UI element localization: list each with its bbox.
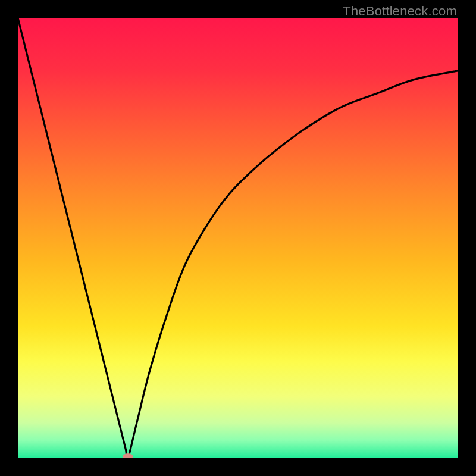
bottleneck-chart (18, 18, 458, 458)
watermark-text: TheBottleneck.com (343, 4, 457, 19)
chart-frame (18, 18, 458, 458)
gradient-background (18, 18, 458, 458)
